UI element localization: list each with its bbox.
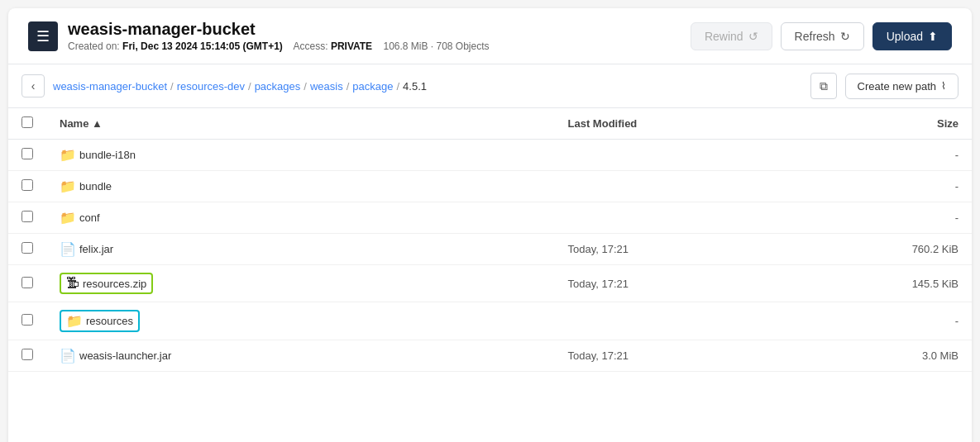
highlighted-name-cyan: 📁resources [60, 310, 140, 332]
plain-name: 📄felix.jar [60, 241, 113, 257]
row-checkbox-cell[interactable] [8, 171, 46, 202]
breadcrumb-seg-3[interactable]: weasis [310, 80, 343, 93]
row-checkbox[interactable] [22, 349, 33, 360]
table-row: 📄felix.jar Today, 17:21 760.2 KiB [8, 234, 972, 265]
breadcrumb-seg-1[interactable]: resources-dev [177, 80, 245, 93]
row-name-cell: 📁conf [46, 202, 555, 234]
row-modified-cell [555, 171, 786, 202]
file-list: 📁bundle-i18n - 📁bundle - 📁conf - 📄felix.… [8, 140, 972, 372]
rewind-icon: ↺ [748, 30, 758, 43]
col-header-modified[interactable]: Last Modified [555, 108, 786, 140]
row-checkbox-cell[interactable] [8, 202, 46, 234]
row-checkbox-cell[interactable] [8, 234, 46, 265]
plain-name: 📁bundle [60, 178, 112, 194]
file-table: Name ▲ Last Modified Size 📁bundle-i18n - [8, 108, 972, 372]
col-header-size[interactable]: Size [786, 108, 972, 140]
file-name[interactable]: resources [86, 315, 133, 327]
file-name[interactable]: bundle-i18n [79, 149, 136, 161]
file-icon: 📄 [60, 348, 76, 364]
upload-button[interactable]: Upload ⬆ [872, 22, 952, 50]
back-button[interactable]: ‹ [22, 74, 45, 97]
row-modified-cell [555, 302, 786, 340]
file-icon: 📄 [60, 241, 76, 257]
breadcrumb-seg-0[interactable]: weasis-manager-bucket [53, 80, 167, 93]
created-label: Created on: [68, 40, 120, 52]
table-header: Name ▲ Last Modified Size [8, 108, 972, 140]
row-size-cell: 145.5 KiB [786, 265, 972, 302]
access-label: Access: [294, 40, 328, 52]
breadcrumb-seg-2[interactable]: packages [255, 80, 301, 93]
file-name[interactable]: bundle [79, 180, 112, 192]
row-name-cell: 📄felix.jar [46, 234, 555, 265]
row-size-cell: - [786, 140, 972, 171]
table-row: 📁bundle-i18n - [8, 140, 972, 171]
header: ☰ weasis-manager-bucket Created on: Fri,… [8, 8, 972, 64]
main-container: ☰ weasis-manager-bucket Created on: Fri,… [8, 8, 972, 442]
create-path-button[interactable]: Create new path ⌇ [845, 74, 958, 99]
row-modified-cell: Today, 17:21 [555, 265, 786, 302]
col-header-name[interactable]: Name ▲ [46, 108, 555, 140]
breadcrumb-path: weasis-manager-bucket / resources-dev / … [53, 80, 802, 93]
row-checkbox[interactable] [22, 211, 33, 222]
row-checkbox-cell[interactable] [8, 265, 46, 302]
plain-name: 📁conf [60, 210, 100, 226]
row-checkbox-cell[interactable] [8, 302, 46, 340]
file-name[interactable]: conf [79, 211, 100, 224]
file-name[interactable]: weasis-launcher.jar [79, 349, 171, 362]
bucket-info: weasis-manager-bucket Created on: Fri, D… [68, 20, 490, 52]
row-name-cell: 📄weasis-launcher.jar [46, 340, 555, 372]
zip-icon: 🗜 [66, 276, 79, 291]
breadcrumb-seg-5: 4.5.1 [403, 80, 427, 93]
row-name-cell: 🗜resources.zip [46, 265, 555, 302]
table-row: 📁bundle - [8, 171, 972, 202]
row-checkbox[interactable] [22, 242, 33, 254]
create-path-label: Create new path [858, 80, 936, 93]
col-name-label: Name [60, 117, 88, 130]
row-checkbox[interactable] [22, 314, 33, 326]
row-name-cell: 📁bundle [46, 171, 555, 202]
copy-path-button[interactable]: ⧉ [810, 73, 837, 99]
rewind-button[interactable]: Rewind ↺ [691, 22, 772, 50]
row-checkbox[interactable] [22, 179, 33, 191]
table-row: 🗜resources.zip Today, 17:21 145.5 KiB [8, 265, 972, 302]
file-name[interactable]: felix.jar [79, 243, 113, 255]
col-modified-label: Last Modified [568, 117, 638, 130]
rewind-label: Rewind [705, 30, 743, 43]
plain-name: 📄weasis-launcher.jar [60, 348, 171, 364]
row-checkbox[interactable] [22, 148, 33, 159]
folder-icon: 📁 [60, 178, 76, 194]
refresh-label: Refresh [795, 30, 835, 43]
breadcrumb-bar: ‹ weasis-manager-bucket / resources-dev … [8, 64, 972, 108]
row-name-cell: 📁resources [46, 302, 555, 340]
upload-icon: ⬆ [928, 30, 938, 43]
file-name[interactable]: resources.zip [83, 278, 146, 290]
refresh-button[interactable]: Refresh ↻ [781, 22, 864, 50]
plain-name: 📁bundle-i18n [60, 147, 136, 163]
row-modified-cell: Today, 17:21 [555, 234, 786, 265]
create-path-icon: ⌇ [941, 80, 946, 92]
storage-info: 106.8 MiB · 708 Objects [383, 40, 489, 52]
row-checkbox-cell[interactable] [8, 140, 46, 171]
upload-label: Upload [887, 30, 923, 43]
table-row: 📁conf - [8, 202, 972, 234]
highlighted-name-green: 🗜resources.zip [60, 273, 153, 294]
folder-icon: 📁 [60, 147, 76, 163]
row-size-cell: 760.2 KiB [786, 234, 972, 265]
row-checkbox[interactable] [22, 277, 33, 288]
select-all-cell[interactable] [8, 108, 46, 140]
folder-icon: 📁 [66, 313, 83, 329]
table-row: 📁resources - [8, 302, 972, 340]
folder-icon: 📁 [60, 210, 76, 226]
bucket-icon: ☰ [28, 21, 58, 51]
row-size-cell: 3.0 MiB [786, 340, 972, 372]
row-modified-cell [555, 140, 786, 171]
row-size-cell: - [786, 202, 972, 234]
row-checkbox-cell[interactable] [8, 340, 46, 372]
row-size-cell: - [786, 171, 972, 202]
bucket-meta: Created on: Fri, Dec 13 2024 15:14:05 (G… [68, 40, 490, 52]
select-all-checkbox[interactable] [22, 116, 33, 128]
breadcrumb-seg-4[interactable]: package [352, 80, 393, 93]
col-size-label: Size [937, 117, 958, 130]
access-value: PRIVATE [331, 40, 372, 52]
refresh-icon: ↻ [840, 30, 850, 43]
